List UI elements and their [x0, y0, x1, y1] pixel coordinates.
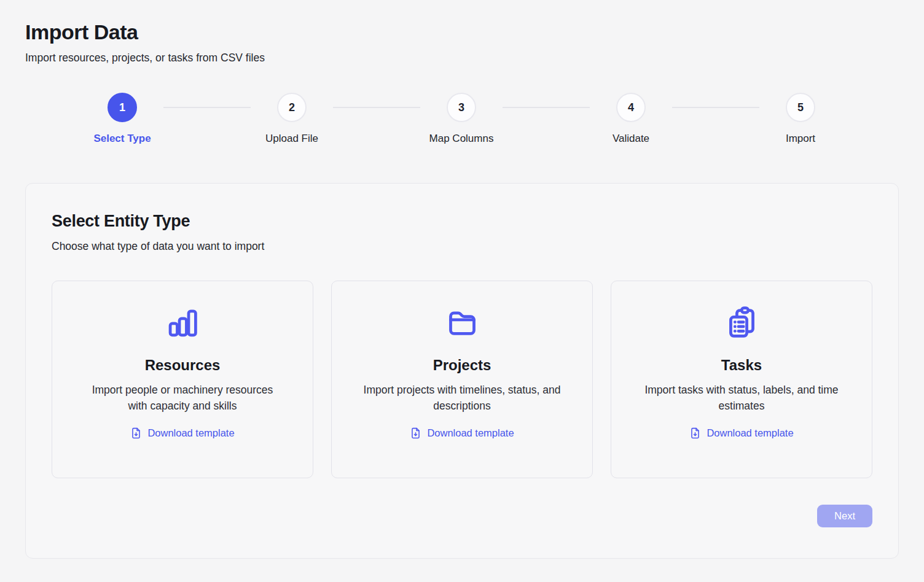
entity-description: Import people or machinery resources wit… — [81, 382, 284, 414]
download-template-label: Download template — [427, 427, 514, 439]
import-data-page: Import Data Import resources, projects, … — [0, 0, 924, 559]
step-import: 5 Import — [770, 93, 831, 145]
panel-footer: Next — [52, 505, 872, 527]
step-label-select-type: Select Type — [93, 133, 151, 145]
step-connector — [333, 107, 420, 108]
entity-title: Resources — [69, 357, 296, 374]
step-circle-2: 2 — [277, 93, 307, 122]
clipboard-list-icon — [628, 305, 855, 340]
next-button[interactable]: Next — [817, 505, 872, 527]
file-download-icon — [410, 427, 421, 439]
entity-title: Tasks — [628, 357, 855, 374]
step-circle-1: 1 — [108, 93, 137, 122]
download-template-link-projects[interactable]: Download template — [410, 427, 514, 439]
entity-card-projects[interactable]: Projects Import projects with timelines,… — [331, 281, 593, 478]
entity-title: Projects — [349, 357, 575, 374]
panel-subheading: Choose what type of data you want to imp… — [52, 240, 872, 253]
step-circle-4: 4 — [616, 93, 646, 122]
entity-card-resources[interactable]: Resources Import people or machinery res… — [52, 281, 313, 478]
step-label-map-columns: Map Columns — [429, 133, 494, 145]
file-download-icon — [689, 427, 701, 439]
bar-chart-icon — [69, 305, 296, 340]
entity-description: Import tasks with status, labels, and ti… — [628, 382, 855, 414]
step-connector — [503, 107, 590, 108]
step-upload-file: 2 Upload File — [262, 93, 322, 145]
download-template-link-resources[interactable]: Download template — [130, 427, 234, 439]
download-template-label: Download template — [707, 427, 793, 439]
step-label-validate: Validate — [613, 133, 649, 145]
file-download-icon — [130, 427, 142, 439]
entity-card-list: Resources Import people or machinery res… — [52, 281, 872, 478]
step-circle-3: 3 — [447, 93, 476, 122]
panel-heading: Select Entity Type — [52, 212, 872, 231]
step-circle-5: 5 — [786, 93, 815, 122]
import-stepper: 1 Select Type 2 Upload File 3 Map Column… — [92, 93, 831, 145]
step-label-import: Import — [786, 133, 815, 145]
page-title: Import Data — [25, 20, 899, 44]
download-template-link-tasks[interactable]: Download template — [689, 427, 793, 439]
step-validate: 4 Validate — [601, 93, 661, 145]
step-map-columns: 3 Map Columns — [431, 93, 491, 145]
step-label-upload-file: Upload File — [265, 133, 318, 145]
step-select-type: 1 Select Type — [92, 93, 152, 145]
folder-icon — [349, 305, 575, 340]
entity-description: Import projects with timelines, status, … — [358, 382, 566, 414]
entity-card-tasks[interactable]: Tasks Import tasks with status, labels, … — [611, 281, 872, 478]
select-entity-panel: Select Entity Type Choose what type of d… — [25, 183, 899, 559]
step-connector — [672, 107, 759, 108]
page-subtitle: Import resources, projects, or tasks fro… — [25, 52, 899, 64]
download-template-label: Download template — [147, 427, 234, 439]
step-connector — [163, 107, 251, 108]
